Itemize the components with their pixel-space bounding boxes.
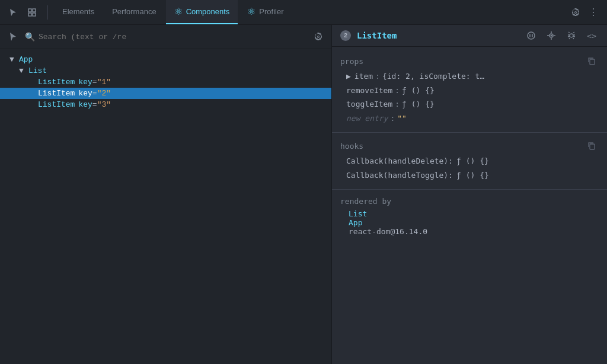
tree-component-listitem3: ListItem bbox=[38, 100, 75, 109]
prop-sep-newentry: : bbox=[390, 113, 395, 124]
svg-rect-13 bbox=[590, 144, 595, 149]
tree-arrow-list: ▼ bbox=[19, 66, 26, 75]
rendered-by-header: rendered by bbox=[332, 194, 607, 208]
tab-profiler[interactable]: ⚛ Profiler bbox=[239, 0, 292, 24]
prop-key-toggleitem: toggleItem bbox=[346, 98, 392, 110]
bug-icon-button[interactable] bbox=[564, 30, 579, 41]
tree-eq-2: = bbox=[92, 89, 97, 98]
source-icon-button[interactable]: <> bbox=[584, 30, 599, 41]
svg-point-11 bbox=[570, 34, 573, 37]
devtools-icons bbox=[5, 5, 48, 20]
search-input-wrapper: 🔍 bbox=[25, 32, 306, 42]
suspend-icon-button[interactable] bbox=[524, 30, 538, 41]
tab-components[interactable]: ⚛ Components bbox=[166, 0, 238, 24]
prop-row-toggleitem: toggleItem : ƒ () {} bbox=[332, 97, 607, 111]
tree-arrow-listitem1 bbox=[28, 78, 36, 87]
rendered-by-item-list: List bbox=[349, 209, 599, 218]
hook-row-handletoggle: Callback(handleToggle): ƒ () {} bbox=[332, 168, 607, 183]
tab-right-icons: ⋮ bbox=[567, 4, 602, 20]
search-input[interactable] bbox=[39, 33, 306, 41]
hooks-section: hooks Callback(handleDelete): ƒ () {} bbox=[332, 138, 607, 182]
hook-key-handletoggle: Callback(handleToggle): bbox=[346, 170, 453, 181]
prop-value-toggleitem: ƒ () {} bbox=[402, 98, 435, 110]
svg-rect-1 bbox=[33, 9, 36, 12]
prop-value-item: {id: 2, isComplete: t… bbox=[382, 71, 484, 82]
tab-components-label: Components bbox=[186, 7, 230, 16]
tree-key-attr-2: key bbox=[78, 89, 92, 98]
tree-component-listitem1: ListItem bbox=[38, 78, 75, 87]
props-section: props ▶ item : {id: 2, isComplete: t… bbox=[332, 53, 607, 125]
hooks-section-header: hooks bbox=[332, 138, 607, 154]
prop-sep-toggleitem: : bbox=[395, 98, 400, 110]
code-icon: <> bbox=[587, 31, 596, 40]
hooks-copy-button[interactable] bbox=[584, 140, 599, 152]
tab-elements[interactable]: Elements bbox=[54, 0, 103, 24]
component-title: ListItem bbox=[357, 31, 397, 40]
tree-arrow-listitem2 bbox=[28, 89, 36, 98]
tab-profiler-label: Profiler bbox=[259, 7, 283, 16]
tree-component-list: List bbox=[28, 66, 47, 75]
tree-key-attr-3: key bbox=[78, 100, 92, 109]
tab-bar: Elements Performance ⚛ Components ⚛ Prof… bbox=[0, 0, 607, 25]
tab-performance[interactable]: Performance bbox=[104, 0, 164, 24]
tree-arrow-listitem3 bbox=[28, 100, 36, 109]
tab-performance-label: Performance bbox=[112, 7, 156, 16]
tree-item-list[interactable]: ▼ List bbox=[0, 65, 331, 76]
tree-arrow-app: ▼ bbox=[9, 55, 17, 64]
inspect-icon-button2[interactable] bbox=[544, 30, 558, 41]
search-bar: 🔍 bbox=[0, 25, 331, 49]
search-settings-button[interactable] bbox=[311, 30, 325, 44]
hooks-label: hooks bbox=[340, 142, 363, 151]
props-copy-button[interactable] bbox=[584, 55, 599, 67]
divider-2 bbox=[332, 189, 607, 190]
tree-key-attr-1: key bbox=[78, 78, 92, 87]
hook-value-handletoggle: ƒ () {} bbox=[456, 170, 489, 181]
prop-value-newentry: "" bbox=[397, 113, 407, 124]
prop-row-item: ▶ item : {id: 2, isComplete: t… bbox=[332, 69, 607, 84]
react-icon-components: ⚛ bbox=[174, 6, 183, 17]
tree-component-listitem2: ListItem bbox=[38, 89, 75, 98]
prop-sep-removeitem: : bbox=[395, 85, 400, 97]
prop-key-newentry: new entry bbox=[346, 113, 388, 124]
rendered-by-app-name: App bbox=[349, 218, 362, 227]
prop-key-removeitem: removeItem bbox=[346, 85, 392, 97]
svg-rect-2 bbox=[28, 13, 31, 16]
rendered-by-label: rendered by bbox=[340, 197, 391, 206]
kebab-icon: ⋮ bbox=[589, 7, 599, 18]
more-options-button[interactable]: ⋮ bbox=[585, 4, 602, 20]
svg-rect-12 bbox=[590, 59, 595, 65]
component-badge: 2 bbox=[340, 30, 351, 41]
header-icons: <> bbox=[524, 30, 599, 41]
svg-rect-0 bbox=[28, 9, 31, 12]
inspect-icon-button[interactable] bbox=[24, 5, 40, 20]
right-panel: 2 ListItem bbox=[332, 25, 607, 364]
tree-item-listitem2[interactable]: ListItem key="2" bbox=[0, 88, 331, 99]
component-header: 2 ListItem bbox=[332, 25, 607, 47]
prop-sep-item: : bbox=[375, 71, 380, 82]
tree-eq-3: = bbox=[92, 100, 97, 109]
tree-key-val-2: "2" bbox=[97, 89, 111, 98]
cursor-icon-button[interactable] bbox=[5, 5, 21, 20]
tree-item-listitem1[interactable]: ListItem key="1" bbox=[0, 76, 331, 88]
prop-key-item: item bbox=[354, 71, 373, 82]
rendered-by-item-reactdom: react-dom@16.14.0 bbox=[349, 227, 599, 236]
settings-icon-button[interactable] bbox=[567, 5, 584, 20]
hook-row-handledelete: Callback(handleDelete): ƒ () {} bbox=[332, 154, 607, 168]
tree-eq-1: = bbox=[92, 78, 97, 87]
prop-arrow-item: ▶ bbox=[346, 71, 351, 82]
select-element-button[interactable] bbox=[6, 31, 20, 43]
hook-key-handledelete: Callback(handleDelete): bbox=[346, 155, 453, 167]
prop-row-newentry: new entry : "" bbox=[332, 111, 607, 126]
svg-rect-3 bbox=[33, 13, 36, 16]
rendered-by-item-app: App bbox=[349, 218, 599, 227]
rendered-by-reactdom-name: react-dom@16.14.0 bbox=[349, 227, 427, 236]
tree-item-listitem3[interactable]: ListItem key="3" bbox=[0, 99, 331, 110]
tree-item-app[interactable]: ▼ App bbox=[0, 54, 331, 65]
tree-component-app: App bbox=[19, 55, 33, 64]
props-label: props bbox=[340, 57, 363, 66]
react-icon-profiler: ⚛ bbox=[247, 6, 255, 17]
rendered-by-list-name: List bbox=[349, 209, 367, 218]
tree-key-val-1: "1" bbox=[97, 78, 111, 87]
left-panel: 🔍 ▼ App ▼ List bbox=[0, 25, 332, 364]
hook-value-handledelete: ƒ () {} bbox=[456, 155, 489, 167]
